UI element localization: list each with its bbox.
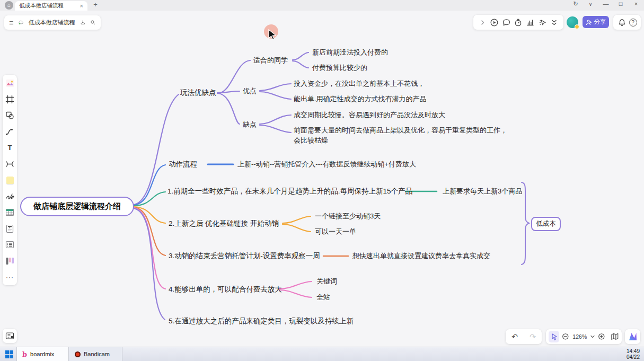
minimap-icon[interactable]	[611, 332, 619, 341]
tab-title: 低成本做店铺流程	[19, 2, 78, 10]
boardmix-taskbar-icon: b	[22, 350, 27, 358]
new-tab-button[interactable]: +	[91, 1, 100, 8]
chart-presentation-icon[interactable]	[526, 18, 535, 27]
window-titlebar: ⌂ 低成本做店铺流程 × + ↻ ∨ — □ ×	[0, 0, 644, 11]
connector-icon[interactable]	[5, 127, 15, 137]
sticky-note-icon[interactable]	[5, 175, 15, 185]
play-demo-icon[interactable]	[490, 18, 499, 27]
kanban-icon[interactable]	[5, 256, 15, 266]
window-menu-chevron-icon[interactable]: ∨	[585, 2, 596, 7]
more-tools-icon[interactable]: ···	[5, 272, 15, 282]
notes-icon	[5, 331, 14, 340]
laser-pointer-icon[interactable]	[538, 18, 547, 27]
mindmap-node[interactable]: 想快速出单就直接设置建议费率去拿真实成交	[352, 251, 490, 261]
mindmap-node[interactable]: 2.上新之后 优化基础链接 开始动销	[169, 219, 279, 228]
mindmap-root-node[interactable]: 做店铺底层逻辑流程介绍	[20, 197, 134, 216]
mindmap-tool-icon[interactable]	[5, 159, 15, 169]
notes-panel-button[interactable]	[3, 329, 17, 343]
redo-button[interactable]: ↷	[530, 332, 536, 341]
zoom-in-icon[interactable]	[597, 332, 606, 341]
home-icon[interactable]: ⌂	[5, 1, 13, 10]
text-tool-icon[interactable]: T	[5, 143, 15, 153]
timer-icon[interactable]	[514, 18, 523, 27]
mindmap-node[interactable]: 动作流程	[169, 160, 197, 169]
mindmap-node[interactable]: 能出单.用确定性成交的方式找有潜力的产品	[294, 94, 427, 104]
mindmap-node[interactable]: 1.前期全一些时效产品，在未来几个月是趋势上升的品.每周保持上新15个产品	[167, 187, 412, 196]
notification-help-card: ?	[613, 15, 641, 30]
taskbar-app-label: boardmix	[30, 351, 54, 357]
list-icon[interactable]	[5, 240, 15, 250]
maximize-button[interactable]: □	[615, 1, 626, 7]
mindmap-node[interactable]: 5.在通过放大之后的产品来确定类目，玩裂变以及持续上新	[169, 316, 354, 326]
undo-redo-card: ↶ ↷	[506, 329, 542, 344]
share-button[interactable]: 分享	[583, 16, 609, 28]
clock-date: 04/22	[627, 354, 640, 360]
cloud-sync-icon	[18, 18, 24, 27]
zoom-out-icon[interactable]	[561, 332, 570, 341]
boardmix-logo-icon	[628, 332, 638, 341]
taskbar-app-boardmix[interactable]: b boardmix	[16, 347, 69, 361]
mindmap-node[interactable]: 缺点	[243, 120, 257, 129]
tool-palette: T ···	[3, 75, 17, 285]
download-icon[interactable]	[80, 18, 86, 27]
taskbar-app-bandicam[interactable]: Bandicam	[69, 347, 122, 361]
share-person-icon	[586, 19, 592, 25]
more-tools-chevrons-icon[interactable]	[550, 18, 559, 27]
reload-icon[interactable]: ↻	[570, 1, 581, 7]
help-icon[interactable]: ?	[629, 19, 637, 27]
share-label: 分享	[594, 18, 606, 26]
mindmap-node[interactable]: 付费预算比较少的	[312, 63, 367, 73]
mindmap-node[interactable]: 3.动销的结束丢营销托管计划-设置费率观察一周	[169, 251, 320, 261]
select-cursor-button[interactable]	[549, 331, 559, 342]
main-menu-icon[interactable]: ≡	[9, 19, 13, 27]
mindmap-node[interactable]: 上新--动销--营销托管介入---有数据反馈继续动销+付费放大	[237, 160, 416, 169]
minimize-button[interactable]: —	[601, 1, 611, 7]
collapse-toolbar-chevron-icon[interactable]	[478, 18, 487, 27]
mindmap-node[interactable]: 前面需要大量的时间去做商品上架以及优化，容易干重复类型的工作，会比较枯燥	[294, 125, 512, 145]
bell-icon[interactable]	[617, 18, 627, 27]
mindmap-node[interactable]: 可以一天一单	[315, 227, 356, 236]
mindmap-node[interactable]: 一个链接至少动销3天	[315, 212, 381, 221]
templates-icon[interactable]	[5, 78, 15, 88]
undo-button[interactable]: ↶	[511, 332, 518, 341]
comment-icon[interactable]	[502, 18, 511, 27]
frame-icon[interactable]	[5, 94, 15, 104]
close-button[interactable]: ×	[631, 1, 641, 7]
header-tools	[473, 15, 563, 30]
mindmap-node[interactable]: 4.能够出单的，可以配合付费去放大	[169, 285, 282, 294]
document-title[interactable]: 低成本做店铺流程	[29, 19, 75, 27]
clock-time: 14:49	[627, 348, 640, 354]
zoom-controls: 126%	[546, 329, 622, 344]
taskbar-app-label: Bandicam	[84, 351, 110, 357]
document-toolbar: ≡ 低成本做店铺流程	[4, 15, 101, 30]
mindmap-node[interactable]: 全站	[316, 293, 330, 302]
bandicam-icon	[75, 351, 81, 357]
document-tab[interactable]: 低成本做店铺流程 ×	[15, 1, 87, 11]
user-avatar[interactable]	[567, 16, 578, 28]
tab-close-icon[interactable]: ×	[80, 3, 83, 9]
mindmap-node[interactable]: 成交周期比较慢。容易遇到好的产品没法及时放大	[294, 110, 445, 120]
windows-taskbar: b boardmix Bandicam 14:49 04/22	[0, 347, 644, 361]
zoom-dropdown-chevron-icon[interactable]	[590, 332, 595, 341]
document-tool-icon[interactable]	[5, 224, 15, 234]
search-icon[interactable]	[90, 18, 96, 27]
start-button[interactable]	[5, 350, 13, 358]
boardmix-logo-card[interactable]	[625, 329, 640, 344]
avatar-badge	[575, 24, 579, 29]
mindmap-node[interactable]: 适合的同学	[253, 56, 288, 65]
mindmap-node[interactable]: 优点	[243, 86, 257, 96]
mindmap-node[interactable]: 投入资金少，在没出单之前基本上不花钱，	[294, 79, 425, 89]
pen-icon[interactable]	[5, 191, 15, 201]
mindmap-node[interactable]: 上新要求每天上新3个商品	[443, 187, 522, 196]
taskbar-clock[interactable]: 14:49 04/22	[627, 348, 640, 360]
mindmap-node[interactable]: 玩法优缺点	[180, 88, 216, 98]
table-icon[interactable]	[5, 207, 15, 217]
mindmap-node[interactable]: 关键词	[316, 277, 337, 286]
group-label-node[interactable]: 低成本	[531, 217, 561, 231]
zoom-level[interactable]: 126%	[572, 333, 588, 340]
mindmap-node[interactable]: 新店前期没法投入付费的	[312, 48, 388, 57]
shapes-icon[interactable]	[5, 110, 15, 120]
